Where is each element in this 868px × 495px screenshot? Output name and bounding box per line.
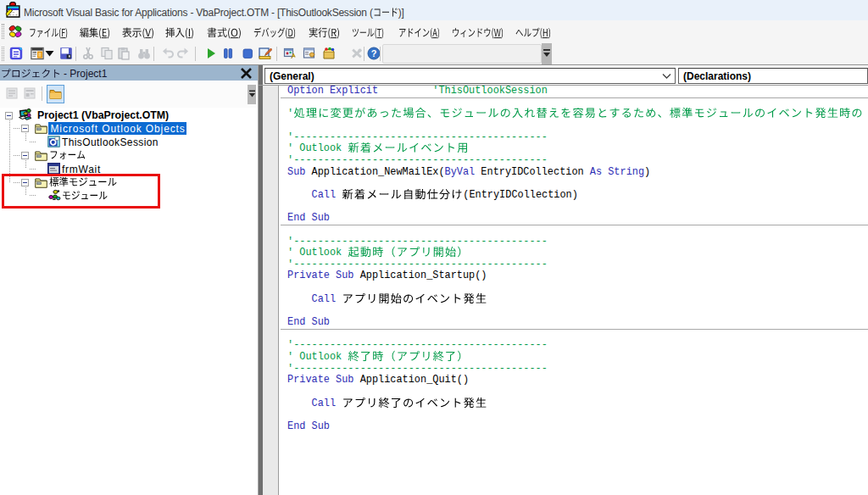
svg-text:?: ?	[371, 48, 377, 58]
